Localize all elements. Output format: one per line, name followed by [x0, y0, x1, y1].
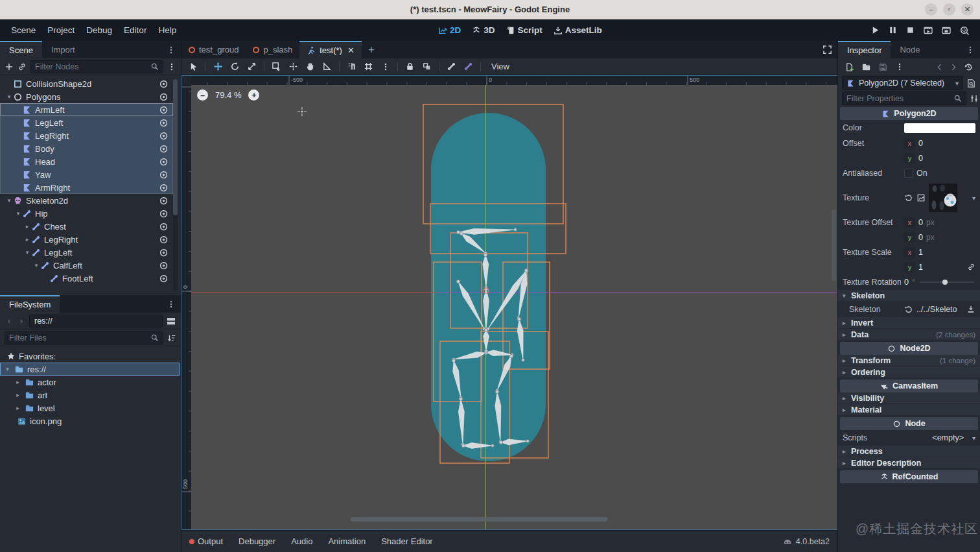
visibility-eye-icon[interactable] — [159, 222, 169, 232]
fs-res-root[interactable]: res:// — [0, 363, 180, 376]
visibility-eye-icon[interactable] — [159, 196, 169, 206]
scripts-value[interactable]: <empty> — [932, 433, 964, 442]
bone-joint[interactable] — [485, 350, 487, 352]
visibility-eye-icon[interactable] — [159, 157, 169, 167]
tab-import[interactable]: Import — [42, 41, 84, 58]
fs-folder-art[interactable]: art — [0, 389, 181, 402]
stop-button[interactable] — [905, 25, 915, 35]
scene-tree-item-bone-legright[interactable]: LegRight — [0, 233, 181, 246]
grid-snap-toggle[interactable] — [360, 60, 377, 74]
bottom-tab-output[interactable]: Output — [189, 536, 223, 546]
workspace-script[interactable]: Script — [504, 25, 545, 35]
visibility-eye-icon[interactable] — [159, 261, 169, 270]
play-scene-button[interactable] — [923, 25, 933, 36]
move-tool[interactable] — [210, 60, 226, 74]
group-node-button[interactable] — [419, 60, 435, 74]
fs-folder-level[interactable]: level — [0, 402, 181, 414]
scene-tree-item-armright[interactable]: ArmRight — [0, 181, 173, 194]
scene-tree-menu-icon[interactable] — [167, 62, 176, 71]
menu-project[interactable]: Project — [41, 25, 80, 35]
section-data[interactable]: ▸Data (2 changes) — [838, 329, 980, 341]
link-scale-icon[interactable] — [967, 263, 975, 271]
scene-tree-item-hip[interactable]: Hip — [0, 207, 181, 220]
load-resource-folder-icon[interactable] — [861, 62, 871, 72]
texture-scale-y-value[interactable]: 1 — [918, 263, 923, 272]
dock-menu-icon[interactable] — [161, 41, 181, 58]
offset-y-value[interactable]: 0 — [918, 154, 923, 163]
movie-maker-button[interactable] — [959, 25, 970, 36]
expand-arrow[interactable] — [14, 210, 22, 217]
expand-arrow[interactable] — [14, 392, 21, 398]
bone-joint[interactable] — [484, 328, 487, 331]
bone-color-button[interactable] — [460, 60, 476, 74]
bone-joint[interactable] — [452, 359, 455, 362]
list-select-tool[interactable] — [268, 60, 285, 74]
tab-filesystem[interactable]: FileSystem — [0, 295, 60, 313]
bone-joint[interactable] — [499, 440, 502, 444]
revert-icon[interactable] — [904, 305, 913, 314]
history-forward-icon[interactable] — [950, 63, 958, 71]
bone-joint[interactable] — [460, 232, 463, 235]
visibility-eye-icon[interactable] — [159, 144, 169, 154]
bone-joint[interactable] — [495, 390, 498, 393]
new-resource-icon[interactable] — [845, 62, 854, 72]
scene-tree-item-head[interactable]: Head — [0, 155, 173, 168]
expand-arrow[interactable] — [5, 93, 13, 100]
menu-scene[interactable]: Scene — [5, 25, 41, 35]
maximize-button[interactable]: ▫ — [943, 3, 955, 16]
history-back-icon[interactable] — [935, 63, 944, 71]
visibility-eye-icon[interactable] — [159, 170, 169, 180]
save-resource-icon[interactable] — [878, 62, 888, 72]
scene-tab-test[interactable]: test(*) ✕ — [299, 41, 362, 58]
expand-arrow[interactable] — [23, 236, 31, 243]
scene-tree-item-armleft[interactable]: ArmLeft — [0, 103, 173, 116]
fs-file-icon-png[interactable]: icon.png — [0, 414, 181, 427]
bone-joint[interactable] — [524, 269, 528, 272]
section-material[interactable]: ▸Material — [838, 404, 980, 416]
visibility-eye-icon[interactable] — [159, 274, 169, 283]
chevron-down-icon[interactable]: ▾ — [972, 435, 975, 442]
bone-joint[interactable] — [459, 397, 462, 400]
section-transform[interactable]: ▸Transform (1 change) — [838, 355, 980, 366]
canvas-area[interactable]: – 79.4 % + — [191, 85, 837, 529]
texture-thumbnail[interactable] — [929, 184, 957, 212]
history-icon[interactable] — [964, 62, 974, 72]
pivot-tool[interactable] — [285, 60, 301, 74]
bone-joint[interactable] — [517, 317, 520, 320]
visibility-eye-icon[interactable] — [159, 131, 169, 141]
visibility-eye-icon[interactable] — [159, 118, 169, 128]
scene-tab-test-groud[interactable]: test_groud — [181, 41, 246, 58]
tab-node[interactable]: Node — [891, 41, 929, 58]
expand-arrow[interactable] — [14, 405, 21, 411]
canvas-hscrollbar[interactable] — [351, 517, 607, 522]
filesystem-menu-icon[interactable] — [161, 295, 181, 313]
bottom-tab-debugger[interactable]: Debugger — [239, 536, 275, 546]
bottom-tab-animation[interactable]: Animation — [328, 536, 366, 546]
ruler-tool[interactable] — [319, 60, 335, 74]
close-tab-icon[interactable]: ✕ — [347, 45, 355, 55]
fs-favorites[interactable]: Favorites: — [0, 350, 181, 363]
play-custom-scene-button[interactable] — [941, 25, 951, 36]
rotation-slider[interactable] — [920, 282, 974, 283]
bottom-tab-shader-editor[interactable]: Shader Editor — [381, 536, 433, 546]
workspace-2d[interactable]: 2D — [436, 25, 463, 35]
smart-snap-toggle[interactable] — [344, 60, 360, 74]
expand-arrow[interactable] — [5, 197, 13, 204]
visibility-eye-icon[interactable] — [159, 105, 169, 115]
texture-rotation-value[interactable]: 0 — [904, 278, 909, 287]
bone-joint[interactable] — [509, 354, 513, 357]
view-menu-button[interactable]: View — [485, 62, 516, 71]
skeleton-options-button[interactable] — [443, 60, 460, 74]
tab-scene[interactable]: Scene — [0, 41, 42, 58]
property-tools-icon[interactable] — [970, 94, 979, 103]
color-swatch[interactable] — [904, 123, 975, 133]
section-visibility[interactable]: ▸Visibility — [838, 392, 980, 404]
visibility-eye-icon[interactable] — [159, 235, 169, 245]
nav-back-icon[interactable]: ‹ — [5, 316, 14, 326]
workspace-assetlib[interactable]: AssetLib — [551, 25, 605, 35]
lock-node-button[interactable] — [402, 60, 418, 74]
texture-offset-x-value[interactable]: 0 — [918, 218, 923, 227]
menu-editor[interactable]: Editor — [118, 25, 152, 35]
scale-tool[interactable] — [244, 60, 260, 74]
expand-icon[interactable] — [822, 45, 832, 56]
